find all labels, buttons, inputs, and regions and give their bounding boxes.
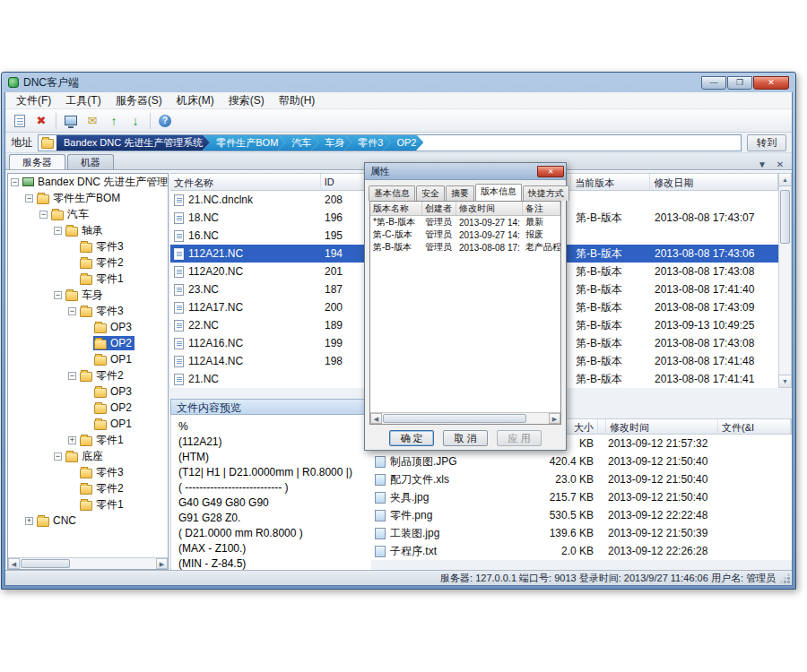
dialog-tab[interactable]: 版本信息	[475, 184, 522, 201]
tree-item[interactable]: OP1	[8, 416, 168, 432]
scrollbar-thumb[interactable]	[383, 414, 526, 423]
help-button[interactable]: ?	[155, 111, 175, 131]
scrollbar-thumb[interactable]	[780, 190, 790, 244]
column-header-name[interactable]: 文件名称	[170, 174, 321, 190]
tree-item[interactable]: −Bandex DNC 先进生产管理系统	[8, 174, 168, 190]
expander-icon[interactable]: −	[54, 452, 62, 461]
menu-item[interactable]: 工具(T)	[58, 92, 108, 110]
send-button[interactable]: ✉	[82, 111, 102, 131]
tree-item[interactable]: −车身	[8, 287, 168, 303]
expander-icon[interactable]: −	[39, 211, 48, 219]
vertical-scrollbar[interactable]: ▲ ▼	[778, 173, 792, 388]
close-button[interactable]: ✕	[753, 76, 789, 90]
menu-item[interactable]: 机床(M)	[169, 92, 221, 110]
dialog-tab[interactable]: 快捷方式	[523, 185, 569, 201]
breadcrumb-item[interactable]: 零件生产BOM	[202, 134, 285, 151]
minimize-button[interactable]: —	[701, 76, 726, 90]
tree-item[interactable]: OP2	[8, 400, 168, 416]
apply-button[interactable]: 应 用	[497, 430, 542, 446]
expander-icon[interactable]: −	[68, 307, 76, 315]
menu-item[interactable]: 文件(F)	[9, 92, 58, 110]
resize-grip[interactable]	[779, 573, 790, 583]
tree-item[interactable]: 零件2	[8, 480, 168, 496]
tree-item[interactable]: +CNC	[8, 513, 168, 529]
expander-icon[interactable]: −	[54, 227, 62, 235]
version-row[interactable]: 第-B-版本管理员2013-08-08 17:老产品程序	[370, 241, 560, 254]
expander-icon[interactable]: −	[68, 372, 76, 380]
scroll-left-icon[interactable]: ◀	[370, 413, 382, 424]
column-header-version[interactable]: 当前版本	[571, 174, 650, 190]
scroll-down-icon[interactable]: ▼	[779, 375, 791, 387]
expander-icon[interactable]: −	[11, 178, 19, 186]
expander-icon[interactable]: −	[54, 291, 62, 299]
dialog-tab[interactable]: 摘要	[446, 185, 474, 201]
tree-item[interactable]: −轴承	[8, 222, 168, 238]
tree-item[interactable]: OP2	[8, 335, 168, 351]
attachment-row[interactable]: 制品顶图.JPG420.4 KB2013-09-12 21:50:40	[371, 452, 792, 470]
version-column-mtime[interactable]: 修改时间	[456, 202, 523, 215]
close-tab-icon[interactable]: ✕	[774, 159, 786, 169]
tree-item[interactable]: 零件3	[8, 238, 168, 254]
new-file-button[interactable]	[10, 111, 30, 131]
tree-item[interactable]: −零件3	[8, 303, 168, 319]
tree-item[interactable]: 零件1	[8, 496, 168, 513]
scroll-right-icon[interactable]: ▶	[549, 413, 560, 424]
tree-item[interactable]: OP1	[8, 351, 168, 367]
tree-item[interactable]: −汽车	[8, 206, 168, 222]
delete-button[interactable]: ✖	[31, 111, 51, 131]
tree-item-label: OP3	[110, 321, 132, 333]
attachment-mtime-cell: 2013-09-12 21:50:39	[604, 527, 716, 539]
tree-item[interactable]: +零件1	[8, 432, 168, 448]
version-column-note[interactable]: 备注	[523, 202, 560, 215]
scroll-left-icon[interactable]: ◀	[8, 558, 20, 569]
expander-icon[interactable]: −	[25, 194, 33, 202]
breadcrumb-item[interactable]: Bandex DNC 先进生产管理系统	[56, 134, 210, 151]
column-header-mdate[interactable]: 修改日期	[650, 174, 777, 190]
dialog-titlebar[interactable]: 属性 ✕	[365, 163, 566, 180]
scrollbar-thumb[interactable]	[21, 559, 70, 568]
cancel-button[interactable]: 取 消	[443, 430, 488, 446]
tree-item[interactable]: 零件2	[8, 254, 168, 271]
dialog-close-button[interactable]: ✕	[537, 166, 564, 177]
scroll-up-icon[interactable]: ▲	[779, 174, 791, 186]
dialog-tab[interactable]: 安全	[416, 185, 445, 201]
view-tab[interactable]: 机器	[67, 154, 114, 169]
expander-icon[interactable]: +	[25, 517, 33, 525]
version-column-creator[interactable]: 创建者	[422, 202, 456, 215]
menu-item[interactable]: 帮助(H)	[272, 92, 323, 110]
machine-button[interactable]	[61, 111, 81, 131]
view-tab[interactable]: 服务器	[9, 154, 65, 169]
scroll-right-icon[interactable]: ▶	[156, 558, 168, 569]
attachment-row[interactable]: 零件.png530.5 KB2013-09-12 22:22:48	[371, 506, 792, 524]
tree-item[interactable]: −零件生产BOM	[8, 190, 168, 206]
dialog-tab[interactable]: 基本信息	[369, 185, 415, 201]
tree-item[interactable]: −零件2	[8, 367, 168, 383]
version-column-name[interactable]: 版本名称	[370, 202, 422, 215]
attachment-row[interactable]: 配刀文件.xls23.0 KB2013-09-12 21:50:40	[371, 470, 792, 488]
download-button[interactable]: ↓	[126, 111, 145, 131]
version-row[interactable]: 第-C-版本管理员2013-09-27 14:报废	[370, 228, 560, 241]
tree-hscrollbar[interactable]: ◀▶	[8, 557, 168, 569]
menu-item[interactable]: 服务器(S)	[108, 92, 169, 110]
expander-icon[interactable]: +	[68, 436, 76, 444]
tree-item[interactable]: 零件1	[8, 271, 168, 287]
maximize-button[interactable]: ❐	[727, 76, 752, 90]
dialog-hscrollbar[interactable]: ◀ ▶	[370, 412, 560, 424]
tree-item[interactable]: OP3	[8, 383, 168, 400]
attachment-row[interactable]: 工装图.jpg139.6 KB2013-09-12 21:50:39	[371, 524, 792, 542]
attachment-column-mtime[interactable]: 修改时间	[606, 419, 718, 434]
ok-button[interactable]: 确 定	[389, 430, 434, 446]
tree-item[interactable]: −底座	[8, 448, 168, 464]
tree-node: OP2	[93, 336, 134, 350]
attachment-column-file[interactable]: 文件(&I	[718, 419, 791, 434]
tree-item[interactable]: 零件3	[8, 464, 168, 480]
titlebar[interactable]: DNC客户端 — ❐ ✕	[4, 73, 793, 92]
attachment-row[interactable]: 夹具.jpg215.7 KB2013-09-12 21:50:40	[371, 488, 792, 506]
menu-item[interactable]: 搜索(S)	[221, 92, 272, 110]
tree-item[interactable]: OP3	[8, 319, 168, 335]
version-row[interactable]: *第-B-版本管理员2013-09-27 14:最新	[370, 216, 560, 228]
attachment-row[interactable]: 子程序.txt2.0 KB2013-09-12 22:26:28	[371, 542, 792, 560]
go-button[interactable]: 转到	[747, 134, 786, 151]
upload-button[interactable]: ↑	[104, 111, 124, 131]
chevron-down-icon[interactable]: ▼	[756, 159, 768, 169]
